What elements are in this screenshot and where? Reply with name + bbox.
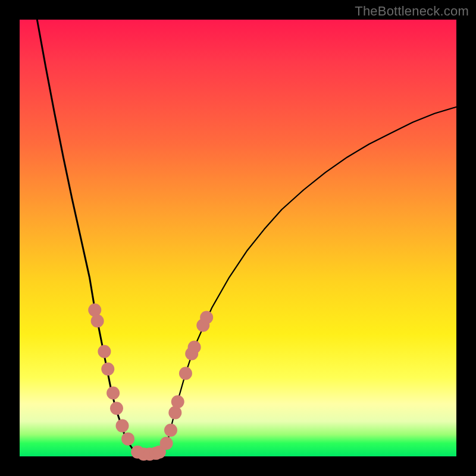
curve-right-arm — [159, 107, 456, 455]
marker-dot — [101, 362, 114, 375]
marker-dot — [200, 311, 213, 324]
chart-plot-area — [20, 20, 456, 456]
marker-dot — [107, 387, 120, 400]
curve-left-arm — [37, 20, 142, 456]
app-frame: TheBottleneck.com — [0, 0, 476, 476]
marker-dot — [188, 341, 201, 354]
marker-dot — [98, 345, 111, 358]
chart-svg — [20, 20, 456, 456]
marker-dot — [168, 406, 181, 419]
marker-dot — [88, 303, 101, 317]
marker-dot — [121, 433, 134, 446]
marker-dot — [115, 419, 129, 433]
marker-dot — [91, 314, 104, 327]
marker-dot — [110, 402, 123, 415]
watermark-text: TheBottleneck.com — [355, 4, 469, 19]
marker-dot — [160, 437, 173, 450]
marker-dot — [171, 395, 184, 408]
marker-dot — [164, 424, 177, 437]
marker-dot — [179, 367, 192, 380]
